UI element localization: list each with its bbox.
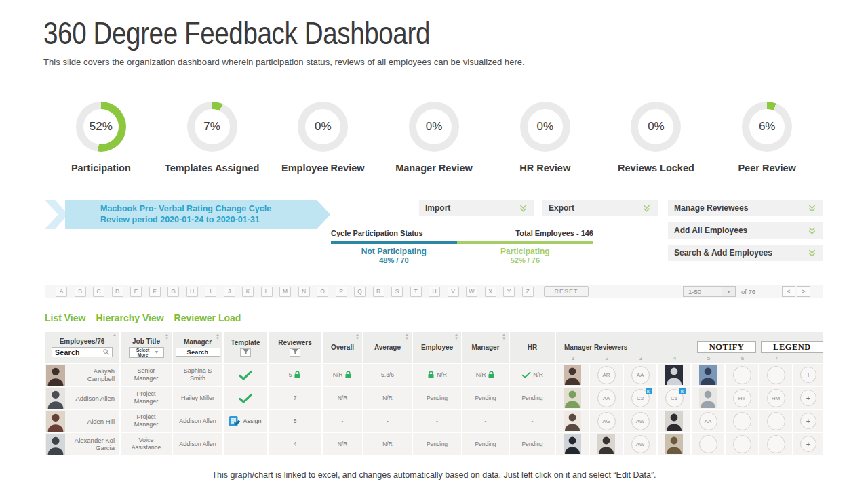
- legend-button[interactable]: LEGEND: [761, 341, 823, 353]
- reviewer-initials[interactable]: AR: [597, 366, 616, 384]
- reviewers-filter-button[interactable]: [290, 348, 300, 357]
- right-action-buttons: Manage RevieweesAdd All EmployeesSearch …: [668, 200, 823, 267]
- reviewer-photo[interactable]: [699, 365, 717, 385]
- letter-filter-o[interactable]: O: [317, 287, 328, 297]
- header-manager: ▲▼ Manager Search: [173, 332, 224, 364]
- person-silhouette: [665, 434, 683, 454]
- letter-filter-l[interactable]: L: [261, 287, 273, 297]
- add-reviewer-button[interactable]: +: [800, 436, 816, 452]
- letter-filter-v[interactable]: V: [448, 287, 459, 297]
- sort-control[interactable]: ▲▼: [502, 333, 506, 340]
- letter-filter-x[interactable]: X: [485, 287, 496, 297]
- reviewer-photo[interactable]: [564, 411, 581, 431]
- letter-filter-a[interactable]: A: [56, 287, 67, 297]
- prev-page-button[interactable]: <: [782, 286, 795, 297]
- action-add-all-employees[interactable]: Add All Employees: [668, 222, 823, 239]
- check-icon: [239, 370, 252, 380]
- letter-filter-r[interactable]: R: [373, 287, 384, 297]
- reviewer-initials[interactable]: AW: [631, 435, 650, 453]
- reviewer-initials[interactable]: C1E: [665, 389, 684, 407]
- letter-filter-b[interactable]: B: [75, 287, 86, 297]
- letter-filter-h[interactable]: H: [186, 287, 198, 297]
- reviewer-col-number: 5: [692, 355, 726, 361]
- add-reviewer-button[interactable]: +: [800, 390, 816, 406]
- kpi-donut-hole: 0%: [528, 109, 563, 144]
- sort-control[interactable]: ▲: [113, 333, 117, 337]
- add-reviewer-button[interactable]: +: [800, 367, 816, 383]
- template-cell[interactable]: Assign: [224, 410, 269, 433]
- next-page-button[interactable]: >: [797, 286, 810, 297]
- status-text: N/R: [437, 371, 447, 378]
- sort-control[interactable]: ▲▼: [355, 333, 359, 340]
- reviewer-chip-cell: [726, 364, 760, 387]
- action-manage-reviewees[interactable]: Manage Reviewees: [668, 200, 823, 216]
- letter-filter-y[interactable]: Y: [503, 287, 515, 297]
- employee-cell: Aiden Hill: [45, 410, 121, 433]
- kpi-donut-hole: 0%: [638, 109, 673, 144]
- sort-control[interactable]: ▲▼: [405, 333, 409, 340]
- letter-filter-s[interactable]: S: [391, 287, 403, 297]
- tab-reviewer-load[interactable]: Reviewer Load: [174, 312, 241, 323]
- reviewer-photo[interactable]: [564, 365, 581, 385]
- letter-filter-i[interactable]: I: [205, 287, 216, 297]
- tab-hierarchy-view[interactable]: Hierarchy View: [96, 312, 163, 323]
- letter-filter-z[interactable]: Z: [522, 287, 534, 297]
- job-title-filter-select[interactable]: Select More ▼: [129, 347, 164, 358]
- status-text: N/R: [476, 371, 486, 378]
- tab-list-view[interactable]: List View: [45, 312, 85, 323]
- template-cell[interactable]: [224, 387, 269, 410]
- letter-filter-f[interactable]: F: [149, 287, 161, 297]
- letter-filter-c[interactable]: C: [93, 287, 104, 297]
- notify-button[interactable]: NOTIFY: [697, 341, 756, 353]
- sort-control[interactable]: ▲▼: [165, 333, 169, 340]
- letter-filter-m[interactable]: M: [279, 287, 291, 297]
- reviewer-initials[interactable]: AW: [631, 412, 650, 430]
- reviewer-initials[interactable]: AG: [597, 412, 616, 430]
- template-cell[interactable]: [224, 364, 269, 387]
- employee-photo: [46, 388, 65, 409]
- reviewer-initials[interactable]: HT: [733, 389, 751, 407]
- manager-cell: Saphina S Smith: [173, 364, 224, 387]
- average-cell: N/R: [363, 387, 413, 410]
- reviewer-photo[interactable]: [665, 434, 683, 454]
- page-range-select[interactable]: 1-50 ▼: [683, 286, 736, 297]
- letter-filter-p[interactable]: P: [336, 287, 347, 297]
- letter-filter-u[interactable]: U: [429, 287, 440, 297]
- letter-filter-d[interactable]: D: [112, 287, 123, 297]
- action-search-add-employees[interactable]: Search & Add Employees: [668, 245, 823, 261]
- letter-filter-q[interactable]: Q: [354, 287, 366, 297]
- import-button[interactable]: Import: [419, 200, 534, 216]
- reviewer-photo[interactable]: [564, 388, 581, 408]
- employee-review-cell: Pending: [413, 433, 462, 456]
- employee-header-label: Employee: [421, 344, 453, 351]
- template-filter-button[interactable]: [240, 348, 251, 357]
- status-text: -: [387, 418, 389, 424]
- reviewer-photo[interactable]: [665, 411, 683, 431]
- letter-filter-t[interactable]: T: [410, 287, 422, 297]
- letter-filter-e[interactable]: E: [130, 287, 142, 297]
- letter-filter-w[interactable]: W: [466, 287, 477, 297]
- reviewer-initials[interactable]: HM: [767, 389, 785, 407]
- reviewer-initials[interactable]: AA: [597, 389, 616, 407]
- letter-filter-j[interactable]: J: [224, 287, 235, 297]
- kpi-percent: 6%: [759, 120, 776, 134]
- letter-filter-g[interactable]: G: [167, 287, 179, 297]
- lock-icon: [427, 371, 435, 379]
- sort-control[interactable]: ▲▼: [454, 333, 458, 340]
- reviewer-initials[interactable]: C2E: [631, 389, 650, 407]
- export-button[interactable]: Export: [542, 200, 658, 216]
- sort-control[interactable]: ▲▼: [216, 333, 220, 340]
- reviewer-initials[interactable]: AA: [699, 412, 717, 430]
- participation-bar: [331, 241, 593, 244]
- letter-filter-k[interactable]: K: [242, 287, 254, 297]
- reviewer-photo[interactable]: [597, 434, 615, 454]
- reviewer-photo[interactable]: [699, 388, 717, 408]
- reviewer-photo[interactable]: [665, 365, 683, 385]
- reviewer-photo[interactable]: [564, 434, 581, 454]
- employee-search-input[interactable]: Search: [52, 347, 113, 357]
- letter-filter-n[interactable]: N: [298, 287, 310, 297]
- add-reviewer-button[interactable]: +: [800, 413, 816, 429]
- reviewer-initials[interactable]: AA: [631, 366, 650, 384]
- reset-button[interactable]: RESET: [544, 286, 589, 297]
- manager-search-input[interactable]: Search: [176, 348, 220, 357]
